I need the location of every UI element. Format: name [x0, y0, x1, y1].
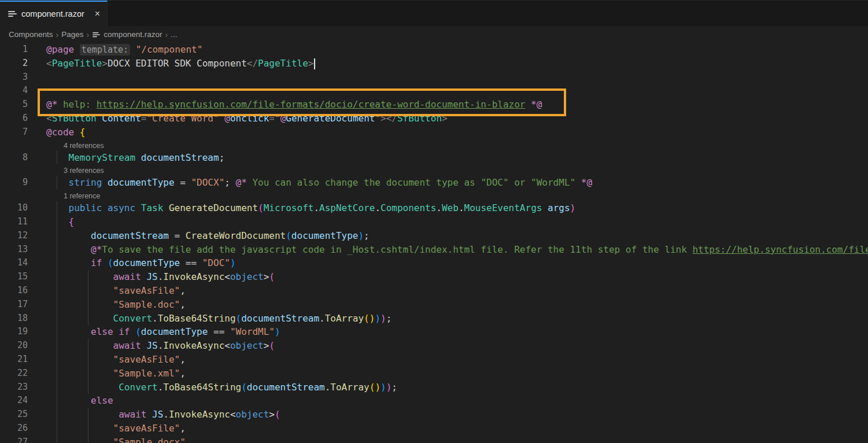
code-line-7[interactable]: 7@code {: [0, 125, 868, 139]
code-line-15[interactable]: 15 await JS.InvokeAsync<object>(: [0, 270, 868, 284]
chevron-right-icon: ›: [87, 30, 90, 39]
codelens-label[interactable]: 1 reference: [64, 192, 100, 200]
code-text: await JS.InvokeAsync<object>(: [46, 408, 868, 422]
indent-guide-line: [57, 422, 57, 435]
line-number[interactable]: 4: [0, 84, 28, 98]
indent-guide-line: [88, 381, 88, 394]
indent-guide-line: [57, 339, 57, 353]
indent-guide-line: [57, 394, 57, 408]
indent-guide-line: [57, 256, 57, 270]
code-line-3[interactable]: 3: [0, 71, 868, 84]
line-number[interactable]: 8: [0, 151, 28, 165]
code-text: await JS.InvokeAsync<object>(: [46, 339, 868, 353]
codelens-label[interactable]: 4 references: [64, 142, 104, 150]
hyperlink[interactable]: https://help.syncfusion.com/file-formats…: [692, 244, 868, 255]
code-line-10[interactable]: 10 public async Task GenerateDocument(Mi…: [0, 201, 868, 215]
line-number[interactable]: 5: [0, 98, 28, 112]
code-line-23[interactable]: 23 Convert.ToBase64String(documentStream…: [0, 381, 868, 394]
breadcrumb-symbol[interactable]: ...: [171, 30, 177, 39]
line-number[interactable]: 2: [0, 57, 28, 71]
line-number[interactable]: 19: [0, 325, 28, 339]
hyperlink[interactable]: https://help.syncfusion.com/file-formats…: [97, 99, 526, 110]
code-text: <SfButton Content="Create Word" @onclick…: [46, 112, 868, 125]
code-line-12[interactable]: 12 documentStream = CreateWordDocument(d…: [0, 229, 868, 243]
code-line-1[interactable]: 1@page template: "/component": [0, 43, 868, 57]
breadcrumb-pages[interactable]: Pages: [61, 30, 83, 39]
indent-guide-line: [88, 408, 88, 422]
code-text: @*To save the file add the javascript co…: [46, 243, 868, 257]
indent-guide-line: [88, 312, 88, 326]
code-text: "Sample.doc",: [46, 298, 868, 312]
codelens-references[interactable]: 3 references: [0, 164, 868, 176]
indent-guide-line: [57, 312, 57, 326]
line-number[interactable]: 21: [0, 353, 28, 367]
tab-component-razor[interactable]: component.razor ×: [0, 1, 108, 26]
line-number[interactable]: 17: [0, 298, 28, 312]
code-line-8[interactable]: 8 MemoryStream documentStream;: [0, 151, 868, 165]
code-line-21[interactable]: 21 "saveAsFile",: [0, 353, 868, 367]
code-line-22[interactable]: 22 "Sample.xml",: [0, 367, 868, 381]
line-number[interactable]: 9: [0, 176, 28, 190]
indent-guide-line: [57, 353, 57, 367]
code-text: Convert.ToBase64String(documentStream.To…: [46, 381, 868, 394]
inlay-hint: template:: [80, 44, 130, 56]
code-line-27[interactable]: 27 "Sample.docx": [0, 435, 868, 443]
line-number[interactable]: 11: [0, 215, 28, 229]
code-line-6[interactable]: 6<SfButton Content="Create Word" @onclic…: [0, 112, 868, 125]
line-number[interactable]: 18: [0, 312, 28, 326]
code-line-24[interactable]: 24 else: [0, 394, 868, 408]
line-number[interactable]: 12: [0, 229, 28, 243]
code-line-25[interactable]: 25 await JS.InvokeAsync<object>(: [0, 408, 868, 422]
line-number[interactable]: 15: [0, 270, 28, 284]
close-icon[interactable]: ×: [94, 9, 101, 19]
razor-file-icon: [93, 31, 100, 38]
line-number[interactable]: 23: [0, 381, 28, 394]
line-number[interactable]: 24: [0, 394, 28, 408]
breadcrumb-file[interactable]: component.razor: [92, 30, 162, 39]
line-number[interactable]: 25: [0, 408, 28, 422]
line-number[interactable]: 27: [0, 435, 28, 443]
line-number[interactable]: 13: [0, 243, 28, 257]
codelens-references[interactable]: 1 reference: [0, 190, 868, 201]
code-line-26[interactable]: 26 "saveAsFile",: [0, 422, 868, 435]
breadcrumb-components[interactable]: Components: [9, 30, 53, 39]
code-line-20[interactable]: 20 await JS.InvokeAsync<object>(: [0, 339, 868, 353]
line-number[interactable]: 3: [0, 71, 28, 84]
code-text: "Sample.docx": [46, 435, 868, 443]
line-number[interactable]: 10: [0, 201, 28, 215]
code-editor[interactable]: 1@page template: "/component"2<PageTitle…: [0, 43, 868, 443]
code-line-19[interactable]: 19 else if (documentType == "WordML"): [0, 325, 868, 339]
indent-guide-line: [57, 381, 57, 394]
code-line-13[interactable]: 13 @*To save the file add the javascript…: [0, 243, 868, 257]
line-number[interactable]: 26: [0, 422, 28, 435]
code-line-9[interactable]: 9 string documentType = "DOCX"; @* You c…: [0, 176, 868, 190]
code-text: Convert.ToBase64String(documentStream.To…: [46, 312, 868, 326]
vscode-window: component.razor × Components › Pages › c…: [0, 0, 868, 443]
code-line-4[interactable]: 4: [0, 84, 868, 98]
indent-guide-line: [88, 367, 88, 381]
text-cursor: [314, 58, 315, 69]
line-number[interactable]: 1: [0, 43, 28, 57]
indent-guide-line: [88, 284, 88, 298]
line-number[interactable]: 16: [0, 284, 28, 298]
code-line-17[interactable]: 17 "Sample.doc",: [0, 298, 868, 312]
code-line-18[interactable]: 18 Convert.ToBase64String(documentStream…: [0, 312, 868, 326]
codelens-label[interactable]: 3 references: [64, 167, 104, 175]
code-text: {: [46, 215, 868, 229]
indent-guide-line: [57, 325, 57, 339]
line-number[interactable]: 22: [0, 367, 28, 381]
line-number[interactable]: 6: [0, 112, 28, 125]
line-number[interactable]: 7: [0, 125, 28, 139]
line-number[interactable]: 20: [0, 339, 28, 353]
code-line-16[interactable]: 16 "saveAsFile",: [0, 284, 868, 298]
indent-guide-line: [88, 270, 88, 284]
code-text: @page template: "/component": [46, 43, 868, 57]
tab-title: component.razor: [21, 9, 84, 19]
code-line-11[interactable]: 11 {: [0, 215, 868, 229]
code-line-2[interactable]: 2<PageTitle>DOCX EDITOR SDK Component</P…: [0, 57, 868, 71]
code-text: await JS.InvokeAsync<object>(: [46, 270, 868, 284]
code-line-14[interactable]: 14 if (documentType == "DOC"): [0, 256, 868, 270]
codelens-references[interactable]: 4 references: [0, 139, 868, 151]
line-number[interactable]: 14: [0, 256, 28, 270]
code-line-5[interactable]: 5@* help: https://help.syncfusion.com/fi…: [0, 98, 868, 112]
